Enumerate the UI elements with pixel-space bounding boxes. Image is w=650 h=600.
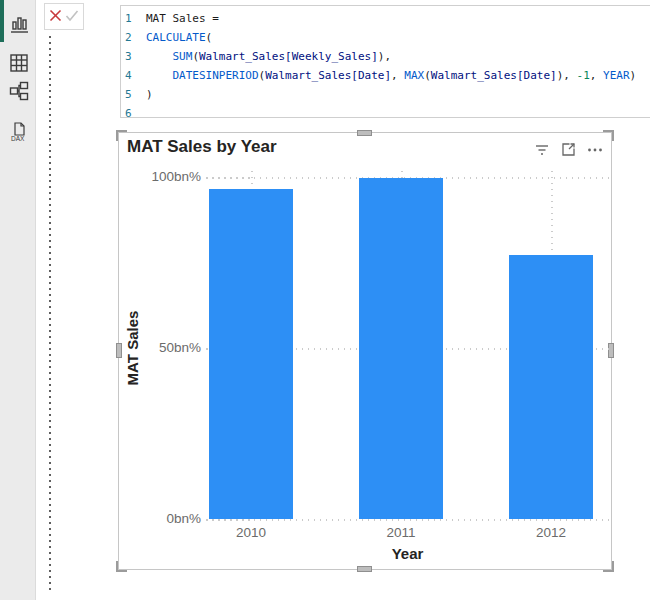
- svg-text:DAX: DAX: [11, 135, 25, 142]
- bar-chart-visual[interactable]: MAT Sales by Year 0bn%50bn%100bn%2010201…: [118, 132, 612, 570]
- focus-mode-icon[interactable]: [561, 142, 576, 157]
- cancel-x-icon[interactable]: [49, 8, 62, 26]
- code-text: SUM(Walmart_Sales[Weekly_Sales]),: [137, 47, 391, 66]
- filter-icon[interactable]: [534, 143, 550, 157]
- code-text: ): [137, 85, 153, 104]
- pane-splitter[interactable]: [49, 36, 51, 594]
- code-line[interactable]: 5): [121, 85, 650, 104]
- line-number: 3: [121, 47, 137, 66]
- y-axis-title: MAT Sales: [124, 255, 144, 441]
- x-axis-tick-label: 2012: [506, 525, 596, 540]
- code-text: MAT Sales =: [137, 9, 219, 28]
- y-axis-tick-label: 100bn%: [119, 169, 201, 184]
- code-line[interactable]: 6: [121, 104, 650, 118]
- line-number: 6: [121, 104, 137, 118]
- code-text: DATESINPERIOD(Walmart_Sales[Date], MAX(W…: [137, 66, 636, 85]
- bar-2011[interactable]: [359, 178, 443, 519]
- view-sidebar: DAX: [0, 0, 36, 600]
- code-text: CALCULATE(: [137, 28, 212, 47]
- resize-handle-right[interactable]: [608, 343, 614, 358]
- code-line[interactable]: 1MAT Sales =: [121, 9, 650, 28]
- report-view-icon[interactable]: [8, 13, 30, 37]
- active-view-indicator: [0, 0, 4, 42]
- formula-commit-box: [44, 3, 84, 30]
- resize-handle-top-left[interactable]: [116, 130, 127, 141]
- code-text: [137, 104, 146, 118]
- gridline-horizontal: [206, 519, 609, 521]
- line-number: 4: [121, 66, 137, 85]
- y-axis-tick-label: 0bn%: [119, 511, 201, 526]
- commit-check-icon[interactable]: [65, 8, 79, 26]
- visual-header-toolbar: [534, 142, 603, 157]
- code-line[interactable]: 3 SUM(Walmart_Sales[Weekly_Sales]),: [121, 47, 650, 66]
- code-line[interactable]: 2CALCULATE(: [121, 28, 650, 47]
- x-axis-tick-label: 2011: [356, 525, 446, 540]
- line-number: 1: [121, 9, 137, 28]
- line-number: 2: [121, 28, 137, 47]
- bar-2012[interactable]: [509, 255, 593, 519]
- resize-handle-top[interactable]: [357, 130, 372, 136]
- line-number: 5: [121, 85, 137, 104]
- more-options-icon[interactable]: [587, 147, 603, 153]
- resize-handle-bottom-right[interactable]: [603, 561, 614, 572]
- table-view-icon[interactable]: [8, 52, 30, 76]
- resize-handle-top-right[interactable]: [603, 130, 614, 141]
- dax-formula-editor[interactable]: 1MAT Sales =2CALCULATE(3 SUM(Walmart_Sal…: [120, 5, 650, 118]
- resize-handle-bottom[interactable]: [357, 566, 372, 572]
- chart-title: MAT Sales by Year: [127, 137, 277, 157]
- x-axis-tick-label: 2010: [206, 525, 296, 540]
- bar-2010[interactable]: [209, 189, 293, 519]
- dax-query-view-icon[interactable]: DAX: [8, 120, 30, 144]
- x-axis-title: Year: [206, 545, 609, 562]
- model-view-icon[interactable]: [8, 80, 30, 104]
- resize-handle-bottom-left[interactable]: [116, 561, 127, 572]
- code-line[interactable]: 4 DATESINPERIOD(Walmart_Sales[Date], MAX…: [121, 66, 650, 85]
